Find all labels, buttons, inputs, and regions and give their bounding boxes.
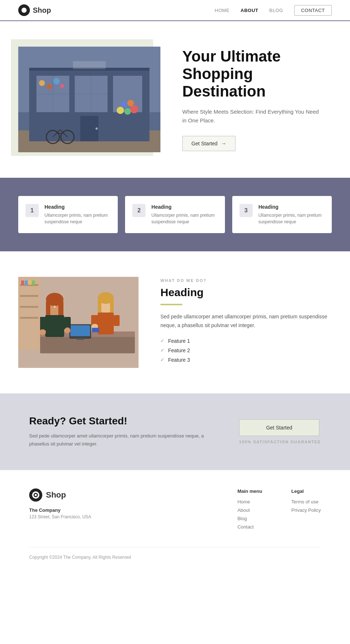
what-content: WHAT DO WE DO? Heading Sed pede ullamcor… [160, 278, 332, 366]
hero-image-wrapper [18, 47, 160, 152]
what-title: Heading [160, 286, 332, 299]
cta-guarantee: 100% SATISFACTION GUARANTEE [239, 440, 321, 444]
feature-text-1: Heading Ullamcorper primis, nam pretium … [44, 204, 110, 225]
feature-body-2: Ullamcorper primis, nam pretium suspendi… [151, 212, 217, 225]
feature-item-3: ✓ Feature 3 [160, 357, 332, 363]
check-icon-2: ✓ [160, 347, 164, 353]
footer-link-home[interactable]: Home [237, 499, 262, 504]
footer-logo-text: Shop [46, 490, 66, 500]
svg-point-25 [121, 101, 127, 107]
svg-rect-54 [18, 277, 40, 350]
footer-link-terms[interactable]: Terms of use [291, 499, 321, 504]
nav-home[interactable]: HOME [215, 8, 230, 13]
svg-point-23 [124, 108, 131, 115]
feature-heading-2: Heading [151, 204, 217, 210]
svg-rect-58 [20, 317, 38, 319]
feature-card-1: 1 Heading Ullamcorper primis, nam pretiu… [18, 196, 118, 233]
hero-content: Your Ultimate Shopping Destination Where… [182, 48, 321, 152]
footer-top: Shop The Company 123 Street, San Francis… [29, 488, 321, 533]
feature-card-3: 3 Heading Ullamcorper primis, nam pretiu… [232, 196, 332, 233]
footer-copyright: Copyright ©2024 The Company, All Rights … [29, 555, 131, 560]
footer-bottom: Copyright ©2024 The Company, All Rights … [29, 547, 321, 560]
feature-item-2: ✓ Feature 2 [160, 347, 332, 353]
hero-cta-arrow: → [221, 141, 226, 146]
svg-rect-49 [98, 313, 114, 334]
svg-rect-53 [92, 328, 99, 332]
cta-button[interactable]: Get Started [239, 419, 319, 436]
svg-rect-59 [21, 280, 24, 285]
hero-cta-label: Get Started [191, 141, 218, 146]
check-icon-1: ✓ [160, 338, 164, 343]
footer-company-name: The Company [29, 507, 208, 513]
hero-cta-button[interactable]: Get Started → [182, 136, 236, 151]
feature-text-2: Heading Ullamcorper primis, nam pretium … [151, 204, 217, 225]
svg-point-26 [127, 100, 134, 106]
svg-point-14 [47, 84, 52, 89]
cta-title: Ready? Get Started! [29, 415, 225, 427]
feature-list: ✓ Feature 1 ✓ Feature 2 ✓ Feature 3 [160, 338, 332, 363]
svg-point-44 [54, 306, 56, 308]
hero-subtitle: Where Style Meets Selection: Find Everyt… [182, 107, 321, 125]
feature-number-1: 1 [26, 204, 39, 217]
svg-rect-60 [25, 280, 28, 285]
svg-rect-28 [73, 61, 106, 69]
footer-link-blog[interactable]: Blog [237, 516, 262, 521]
svg-rect-33 [70, 325, 90, 336]
what-section: WHAT DO WE DO? Heading Sed pede ullamcor… [0, 251, 350, 393]
svg-rect-56 [20, 295, 38, 297]
svg-rect-51 [114, 315, 120, 326]
hero-image [18, 47, 160, 152]
feature-label-2: Feature 2 [168, 347, 190, 353]
features-section: 1 Heading Ullamcorper primis, nam pretiu… [0, 178, 350, 251]
nav-contact[interactable]: CONTACT [294, 5, 332, 16]
svg-rect-39 [45, 315, 64, 337]
svg-point-43 [65, 327, 70, 333]
svg-rect-6 [113, 76, 142, 112]
footer-address: 123 Street, San Francisco, USA [29, 514, 208, 519]
footer-menu-legal: Legal Terms of use Privacy Policy [291, 488, 321, 533]
feature-number-3: 3 [240, 204, 253, 217]
logo[interactable]: Shop [18, 4, 51, 16]
feature-label-1: Feature 1 [168, 338, 190, 344]
svg-point-12 [96, 127, 98, 130]
hero-title: Your Ultimate Shopping Destination [182, 48, 321, 101]
nav-links: HOME ABOUT BLOG CONTACT [215, 5, 332, 16]
footer-menu-legal-title: Legal [291, 488, 321, 494]
what-label: WHAT DO WE DO? [160, 278, 332, 283]
feature-text-3: Heading Ullamcorper primis, nam pretium … [258, 204, 324, 225]
feature-label-3: Feature 3 [168, 357, 190, 363]
footer-link-privacy[interactable]: Privacy Policy [291, 507, 321, 513]
nav-blog[interactable]: BLOG [269, 8, 283, 13]
hero-section: Your Ultimate Shopping Destination Where… [0, 21, 350, 178]
footer-link-about[interactable]: About [237, 507, 262, 513]
feature-item-1: ✓ Feature 1 [160, 338, 332, 344]
footer-logo: Shop [29, 488, 208, 502]
svg-rect-34 [77, 338, 84, 340]
cta-section: Ready? Get Started! Sed pede ullamcorper… [0, 393, 350, 470]
svg-point-22 [117, 107, 124, 114]
cta-right: Get Started 100% SATISFACTION GUARANTEE [239, 419, 321, 444]
feature-number-2: 2 [132, 204, 145, 217]
svg-rect-57 [20, 306, 38, 308]
footer-brand: Shop The Company 123 Street, San Francis… [29, 488, 208, 533]
svg-point-42 [39, 329, 46, 335]
what-desc: Sed pede ullamcorper amet ullamcorper pr… [160, 313, 332, 330]
footer: Shop The Company 123 Street, San Francis… [0, 470, 350, 571]
what-divider [160, 304, 182, 305]
check-icon-3: ✓ [160, 357, 164, 362]
feature-heading-1: Heading [44, 204, 110, 210]
logo-text: Shop [33, 6, 51, 15]
nav-about[interactable]: ABOUT [241, 8, 258, 13]
feature-heading-3: Heading [258, 204, 324, 210]
features-grid: 1 Heading Ullamcorper primis, nam pretiu… [18, 196, 332, 233]
feature-body-1: Ullamcorper primis, nam pretium suspendi… [44, 212, 110, 225]
footer-menu-main: Main menu Home About Blog Contact [237, 488, 262, 533]
what-image [18, 277, 139, 368]
footer-link-contact[interactable]: Contact [237, 524, 262, 530]
svg-point-13 [39, 80, 45, 86]
svg-point-15 [53, 78, 60, 85]
svg-rect-37 [46, 302, 50, 316]
feature-card-2: 2 Heading Ullamcorper primis, nam pretiu… [125, 196, 225, 233]
feature-body-3: Ullamcorper primis, nam pretium suspendi… [258, 212, 324, 225]
footer-menu-main-title: Main menu [237, 488, 262, 494]
